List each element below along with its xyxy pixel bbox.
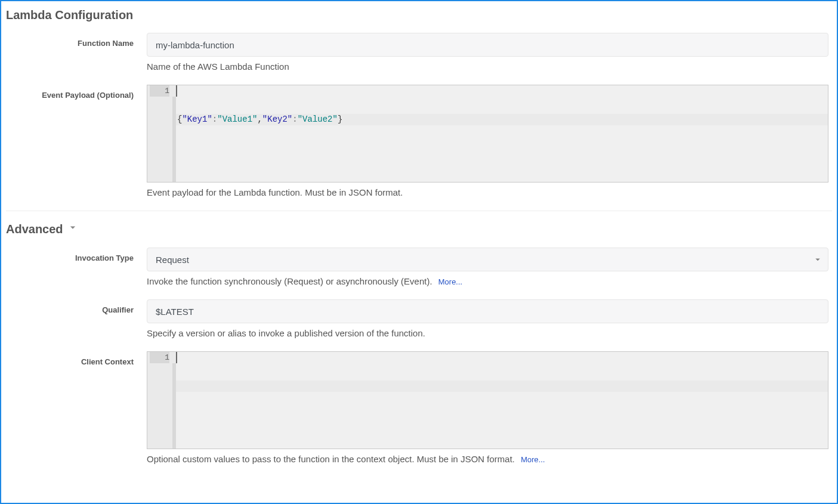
event-payload-row: Event Payload (Optional) 1 {"Key1":"Valu… — [6, 85, 832, 197]
client-context-more-link[interactable]: More... — [521, 455, 545, 464]
advanced-heading-label: Advanced — [6, 222, 63, 236]
invocation-type-help: Invoke the function synchronously (Reque… — [147, 276, 828, 286]
client-context-label: Client Context — [6, 351, 147, 366]
cursor-indicator-icon — [176, 352, 177, 363]
line-number: 1 — [150, 352, 169, 363]
event-payload-editor[interactable]: 1 {"Key1":"Value1","Key2":"Value2"} — [147, 85, 828, 183]
invocation-type-more-link[interactable]: More... — [438, 277, 462, 286]
function-name-help: Name of the AWS Lambda Function — [147, 61, 828, 72]
qualifier-help: Specify a version or alias to invoke a p… — [147, 328, 828, 338]
section-divider — [6, 211, 832, 211]
invocation-type-row: Invocation Type Request Invoke the funct… — [6, 248, 832, 286]
invocation-type-label: Invocation Type — [6, 248, 147, 262]
line-numbers-gutter: 1 — [147, 352, 172, 449]
cursor-indicator-icon — [176, 85, 177, 97]
event-payload-help: Event payload for the Lambda function. M… — [147, 187, 828, 197]
client-context-row: Client Context 1 Optional custom values … — [6, 351, 832, 464]
line-numbers-gutter: 1 — [147, 85, 172, 182]
lambda-config-heading: Lambda Configuration — [6, 8, 832, 22]
qualifier-row: Qualifier Specify a version or alias to … — [6, 299, 832, 338]
function-name-row: Function Name Name of the AWS Lambda Fun… — [6, 33, 832, 72]
chevron-down-icon[interactable] — [67, 222, 79, 237]
event-payload-label: Event Payload (Optional) — [6, 85, 147, 100]
function-name-label: Function Name — [6, 33, 147, 48]
qualifier-label: Qualifier — [6, 299, 147, 314]
code-area[interactable] — [176, 352, 828, 449]
advanced-heading[interactable]: Advanced — [6, 222, 832, 237]
client-context-editor[interactable]: 1 — [147, 351, 828, 449]
line-number: 1 — [150, 85, 169, 97]
function-name-input[interactable] — [147, 33, 828, 57]
client-context-help: Optional custom values to pass to the fu… — [147, 454, 828, 464]
code-area[interactable]: {"Key1":"Value1","Key2":"Value2"} — [176, 85, 828, 182]
qualifier-input[interactable] — [147, 299, 828, 323]
invocation-type-select[interactable]: Request — [147, 248, 828, 271]
code-line — [176, 381, 828, 392]
code-line: {"Key1":"Value1","Key2":"Value2"} — [176, 114, 828, 125]
